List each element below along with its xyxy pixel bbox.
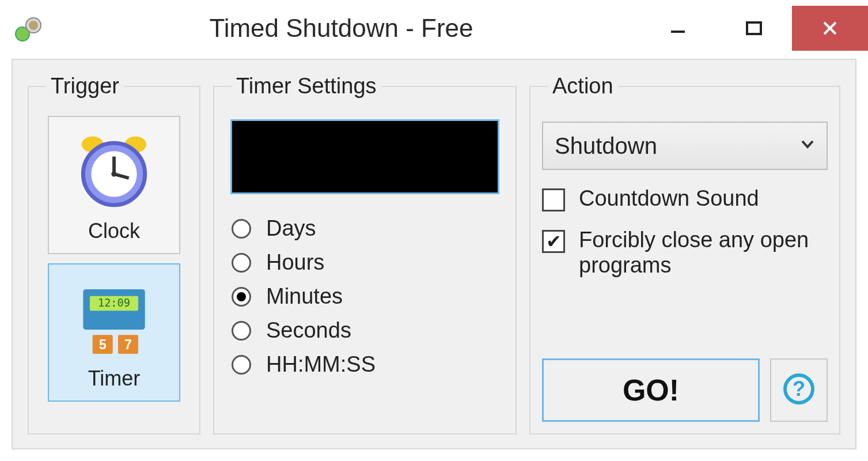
checkbox-icon (542, 188, 565, 211)
radio-icon (232, 219, 251, 239)
trigger-timer-label: Timer (88, 366, 141, 391)
chevron-down-icon (800, 137, 815, 156)
titlebar: Timed Shutdown - Free (0, 0, 868, 56)
timer-display[interactable] (230, 119, 499, 194)
unit-days-radio[interactable]: Days (226, 211, 504, 245)
countdown-sound-label: Countdown Sound (579, 186, 759, 211)
unit-seconds-radio[interactable]: Seconds (226, 313, 504, 347)
svg-point-2 (29, 21, 38, 30)
client-area: Trigger Clock (12, 59, 856, 449)
unit-label: Hours (266, 250, 324, 275)
trigger-clock-label: Clock (88, 219, 140, 243)
radio-icon (232, 287, 251, 307)
help-button[interactable]: ? (770, 358, 828, 422)
radio-icon (232, 321, 251, 341)
minimize-button[interactable] (640, 6, 716, 51)
action-group: Action Shutdown Countdown Sound ✔ Forcib… (529, 74, 840, 434)
timer-settings-legend: Timer Settings (232, 74, 381, 99)
help-icon: ? (783, 373, 815, 407)
checkbox-icon: ✔ (542, 230, 565, 253)
unit-label: Minutes (266, 284, 343, 309)
trigger-legend: Trigger (46, 74, 124, 99)
unit-label: Days (266, 216, 316, 241)
trigger-group: Trigger Clock (28, 74, 200, 434)
close-button[interactable] (792, 6, 868, 51)
trigger-timer-button[interactable]: 12:09 5 7 Timer (48, 263, 180, 402)
action-dropdown[interactable]: Shutdown (542, 122, 828, 170)
unit-label: Seconds (266, 318, 351, 343)
trigger-clock-button[interactable]: Clock (48, 116, 180, 254)
radio-icon (232, 355, 251, 375)
clock-icon (71, 127, 157, 213)
action-legend: Action (548, 74, 618, 99)
unit-hours-radio[interactable]: Hours (226, 245, 504, 279)
svg-rect-4 (747, 22, 761, 34)
action-dropdown-value: Shutdown (555, 133, 657, 159)
app-icon (14, 14, 43, 43)
action-bottom-row: GO! ? (542, 358, 828, 422)
svg-text:5: 5 (99, 337, 107, 352)
svg-point-13 (111, 171, 116, 176)
timer-settings-group: Timer Settings Days Hours Minutes Second… (213, 74, 517, 434)
unit-minutes-radio[interactable]: Minutes (226, 279, 504, 313)
timer-icon: 12:09 5 7 (71, 274, 157, 361)
go-button[interactable]: GO! (542, 358, 760, 422)
window-controls (640, 6, 868, 51)
force-close-label: Forcibly close any open programs (579, 228, 828, 278)
svg-text:7: 7 (124, 337, 132, 352)
radio-icon (232, 253, 251, 273)
app-window: Timed Shutdown - Free Trigger (0, 0, 868, 461)
force-close-checkbox[interactable]: ✔ Forcibly close any open programs (542, 228, 828, 278)
window-title: Timed Shutdown - Free (43, 14, 640, 43)
svg-text:12:09: 12:09 (98, 297, 130, 309)
maximize-button[interactable] (716, 6, 792, 51)
unit-hhmmss-radio[interactable]: HH:MM:SS (226, 347, 504, 381)
go-button-label: GO! (623, 373, 679, 407)
svg-text:?: ? (793, 377, 805, 400)
unit-label: HH:MM:SS (266, 352, 376, 377)
countdown-sound-checkbox[interactable]: Countdown Sound (542, 186, 828, 211)
